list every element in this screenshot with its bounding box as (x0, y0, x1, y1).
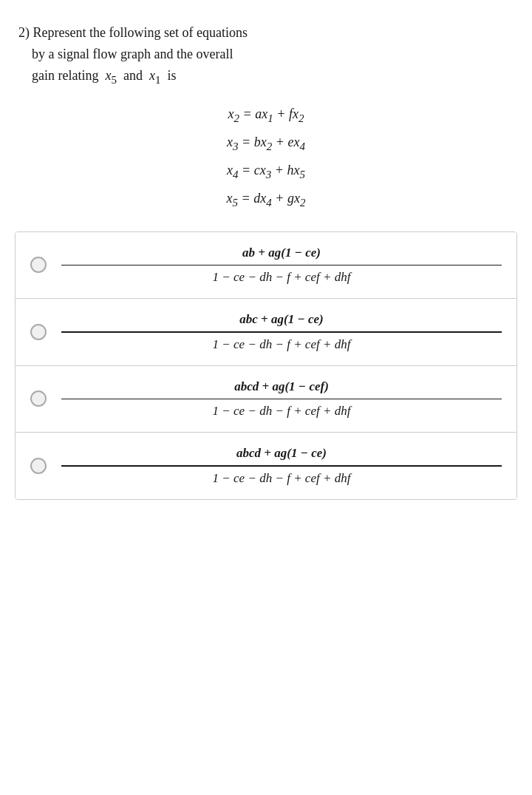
fraction-line-c (61, 399, 502, 400)
equation-2: x3 = bx2 + ex4 (227, 131, 305, 156)
fraction-b: abc + ag(1 − ce) 1 − ce − dh − f + cef +… (61, 312, 502, 352)
option-d-row[interactable]: abcd + ag(1 − ce) 1 − ce − dh − f + cef … (16, 433, 516, 499)
fraction-c: abcd + ag(1 − cef) 1 − ce − dh − f + cef… (61, 379, 502, 419)
numerator-c: abcd + ag(1 − cef) (234, 379, 329, 397)
numerator-b: abc + ag(1 − ce) (239, 312, 323, 330)
options-container: ab + ag(1 − ce) 1 − ce − dh − f + cef + … (15, 231, 517, 501)
equations-block: x2 = ax1 + fx2 x3 = bx2 + ex4 x4 = cx3 +… (15, 103, 517, 212)
radio-button-d[interactable] (30, 458, 47, 474)
radio-button-a[interactable] (30, 257, 47, 273)
fraction-line-a (61, 265, 502, 266)
radio-button-b[interactable] (30, 324, 47, 340)
denominator-c: 1 − ce − dh − f + cef + dhf (213, 401, 351, 419)
fraction-d: abcd + ag(1 − ce) 1 − ce − dh − f + cef … (61, 446, 502, 486)
fraction-a: ab + ag(1 − ce) 1 − ce − dh − f + cef + … (61, 246, 502, 285)
denominator-a: 1 − ce − dh − f + cef + dhf (213, 267, 351, 285)
fraction-line-d (61, 465, 502, 467)
equation-1: x2 = ax1 + fx2 (228, 103, 304, 128)
fraction-line-b (61, 331, 502, 333)
denominator-b: 1 − ce − dh − f + cef + dhf (213, 334, 351, 352)
question-number: 2) (18, 25, 33, 40)
question-text-line2: by a signal flow graph and the overall (18, 47, 233, 61)
question-header: 2) Represent the following set of equati… (15, 22, 517, 88)
numerator-a: ab + ag(1 − ce) (242, 246, 321, 263)
option-b-row[interactable]: abc + ag(1 − ce) 1 − ce − dh − f + cef +… (16, 299, 516, 366)
question-text-line3: gain relating x5 and x1 is (18, 68, 176, 83)
denominator-d: 1 − ce − dh − f + cef + dhf (213, 468, 351, 486)
numerator-d: abcd + ag(1 − ce) (236, 446, 327, 464)
option-a-row[interactable]: ab + ag(1 − ce) 1 − ce − dh − f + cef + … (16, 232, 516, 300)
radio-button-c[interactable] (30, 390, 47, 407)
equation-3: x4 = cx3 + hx5 (227, 159, 305, 184)
equation-4: x5 = dx4 + gx2 (227, 187, 306, 212)
option-c-row[interactable]: abcd + ag(1 − cef) 1 − ce − dh − f + cef… (16, 366, 516, 433)
question-text-line1: Represent the following set of equations (33, 25, 248, 40)
